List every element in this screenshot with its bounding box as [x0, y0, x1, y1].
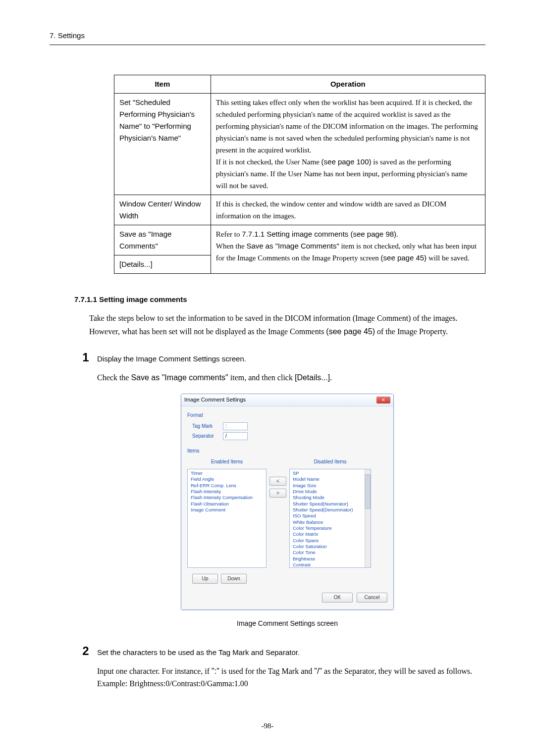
op-text: When the: [216, 242, 247, 250]
item-cell-saveas: Save as "Image Comments": [114, 225, 211, 255]
list-item[interactable]: SP: [290, 470, 371, 476]
tagmark-input[interactable]: [223, 422, 248, 430]
step-strong: Save as "Image comments": [131, 373, 228, 382]
move-right-button[interactable]: >: [269, 489, 286, 498]
list-item[interactable]: Contrast: [290, 562, 371, 568]
tagmark-label: Tag Mark: [192, 422, 223, 430]
separator-row: Separator: [192, 432, 387, 440]
subsection-heading: 7.7.1.1 Setting image comments: [74, 294, 485, 305]
ok-button[interactable]: OK: [322, 593, 353, 603]
list-item[interactable]: Shutter Speed(Numerator): [290, 501, 371, 507]
op-text: Refer to: [216, 230, 242, 238]
table-row: Save as "Image Comments" Refer to 7.7.1.…: [114, 225, 485, 255]
move-left-button[interactable]: <: [269, 477, 286, 486]
op-strong: Save as "Image Comments": [246, 242, 339, 250]
dialog-actions: OK Cancel: [187, 593, 387, 603]
scrollbar[interactable]: [365, 469, 371, 567]
enabled-header: Enabled Items: [187, 458, 267, 466]
list-item[interactable]: Shooting Mode: [290, 495, 371, 501]
step-quote: "/": [314, 667, 322, 675]
separator-input[interactable]: [223, 432, 248, 440]
header-section: 7. Settings: [50, 30, 485, 45]
op-text: item is not checked, only: [339, 242, 418, 250]
step-1-body: Check the Save as "Image comments" item,…: [97, 371, 485, 384]
settings-table: Item Operation Set "Scheduled Performing…: [114, 75, 485, 274]
table-row: Window Center/ Window Width If this is c…: [114, 195, 485, 225]
scrollbar-thumb[interactable]: [365, 474, 371, 509]
list-item[interactable]: Color Saturation: [290, 544, 371, 550]
step-title: Set the characters to be used as the Tag…: [97, 647, 300, 658]
list-item[interactable]: ISO Speed: [290, 513, 371, 519]
dialog-title: Image Comment Settings: [184, 396, 246, 404]
list-item[interactable]: Color Matrix: [290, 531, 371, 537]
op-cell-scheduled: This setting takes effect only when the …: [211, 94, 485, 195]
format-label: Format: [187, 411, 387, 419]
enabled-list[interactable]: Timer Field Angle Ref-ERR Comp. Lens Fla…: [187, 469, 267, 568]
tagmark-row: Tag Mark: [192, 422, 387, 430]
list-item[interactable]: Model Name: [290, 476, 371, 482]
step-text: .: [330, 373, 332, 382]
op-ref: 7.7.1.1 Setting image comments (see page…: [242, 230, 396, 238]
list-item[interactable]: Color Tone: [290, 550, 371, 555]
table-row: Set "Scheduled Performing Physician's Na…: [114, 94, 485, 195]
up-button[interactable]: Up: [192, 574, 218, 584]
list-item[interactable]: Image Comment: [188, 507, 266, 513]
op-text: If it is not checked, the User Name: [216, 158, 321, 166]
list-item[interactable]: Flash Intensity: [188, 489, 266, 495]
para-ref: (see page 45): [326, 327, 375, 336]
disabled-header: Disabled Items: [289, 458, 371, 466]
step2-para1: Input one character. For instance, if ":…: [97, 665, 485, 678]
list-item[interactable]: Image Size: [290, 483, 371, 489]
list-item[interactable]: White Balance: [290, 519, 371, 525]
op-cell-saveas: Refer to 7.7.1.1 Setting image comments …: [211, 225, 485, 274]
step-strong: [Details...]: [295, 373, 330, 382]
page-number: -98-: [50, 720, 485, 732]
dialog-body: Format Tag Mark Separator Items Enabled …: [181, 406, 393, 609]
step-text: Input one character. For instance, if: [97, 667, 212, 675]
op-cell-window: If this is checked, the window center an…: [211, 195, 485, 225]
items-columns: Enabled Items Timer Field Angle Ref-ERR …: [187, 458, 387, 568]
para-text: of the Image Property.: [375, 327, 448, 336]
step-title: Display the Image Comment Settings scree…: [97, 353, 246, 365]
list-item[interactable]: Flash Observation: [188, 501, 266, 507]
op-ref: (see page 45): [381, 253, 427, 262]
image-comment-settings-dialog: Image Comment Settings ✕ Format Tag Mark…: [181, 394, 394, 610]
list-item[interactable]: Shutter Speed(Denominator): [290, 507, 371, 513]
figure-caption: Image Comment Settings screen: [89, 618, 485, 629]
step-text: is used for the Tag Mark and: [219, 667, 314, 675]
dialog-screenshot: Image Comment Settings ✕ Format Tag Mark…: [89, 394, 485, 610]
dialog-titlebar: Image Comment Settings ✕: [181, 394, 393, 406]
op-ref: (see page 100): [321, 157, 372, 166]
close-icon[interactable]: ✕: [376, 397, 390, 403]
list-item[interactable]: Drive Mode: [290, 489, 371, 495]
item-cell-scheduled: Set "Scheduled Performing Physician's Na…: [114, 94, 211, 195]
separator-label: Separator: [192, 432, 223, 440]
step-text: Check the: [97, 373, 131, 382]
op-text: .: [396, 230, 398, 238]
item-cell-details: [Details...]: [114, 255, 211, 274]
th-operation: Operation: [211, 75, 485, 94]
move-buttons: < >: [269, 458, 286, 498]
step-text: item, and then click: [228, 373, 295, 382]
list-item[interactable]: Color Temperature: [290, 525, 371, 531]
op-text: will be saved.: [427, 254, 470, 262]
list-item[interactable]: Ref-ERR Comp. Lens: [188, 483, 266, 489]
cancel-button[interactable]: Cancel: [357, 593, 387, 603]
disabled-list[interactable]: SP Model Name Image Size Drive Mode Shoo…: [289, 469, 371, 568]
list-item[interactable]: Field Angle: [188, 476, 266, 482]
down-button[interactable]: Down: [221, 574, 247, 584]
disabled-column: Disabled Items SP Model Name Image Size …: [289, 458, 371, 568]
items-label: Items: [187, 447, 387, 455]
step-2: 2 Set the characters to be used as the T…: [89, 642, 485, 660]
step-number: 1: [74, 348, 97, 367]
table-header-row: Item Operation: [114, 75, 485, 94]
list-item[interactable]: Brightness: [290, 556, 371, 562]
subsection-paragraph: Take the steps below to set the informat…: [89, 311, 485, 338]
list-item[interactable]: Timer: [188, 470, 266, 476]
step-number: 2: [74, 642, 97, 660]
op-text: This setting takes effect only when the …: [216, 99, 478, 154]
enabled-column: Enabled Items Timer Field Angle Ref-ERR …: [187, 458, 267, 568]
list-item[interactable]: Flash Intensity Compensation: [188, 495, 266, 501]
step-1: 1 Display the Image Comment Settings scr…: [89, 348, 485, 367]
list-item[interactable]: Color Space: [290, 538, 371, 544]
